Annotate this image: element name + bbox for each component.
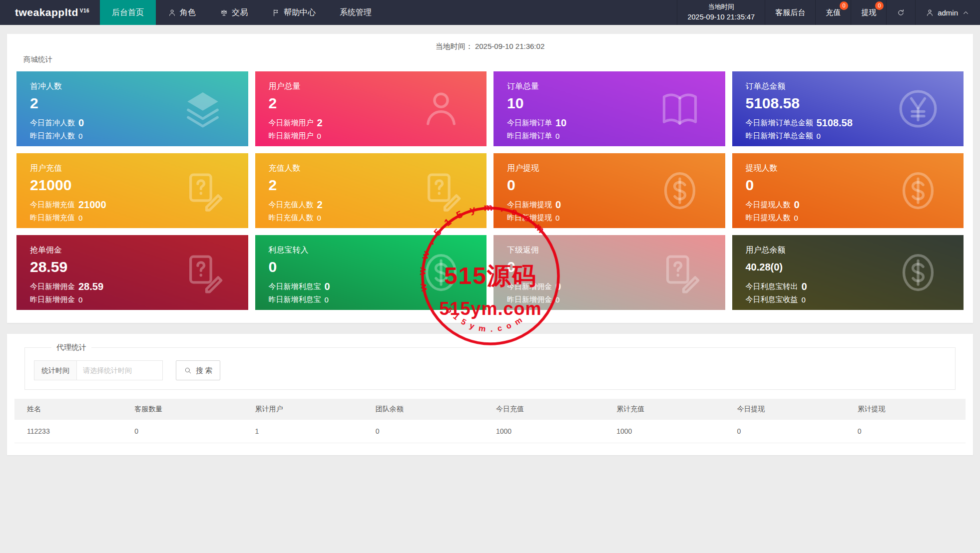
- stat-card: 充值人数 2 今日充值人数 2 昨日充值人数 0: [255, 153, 487, 228]
- top-bar: tweakappltd V16 后台首页 角色 交易 帮助中心 系统管理 当地时…: [0, 0, 980, 25]
- stat-card: 首冲人数 2 今日首冲人数 0 昨日首冲人数 0: [16, 71, 248, 146]
- stat-card-yesterday-value: 0: [78, 132, 82, 140]
- stat-card-yesterday-label: 昨日新增佣金: [507, 295, 552, 304]
- table-cell: 112233: [14, 420, 122, 443]
- stat-card-today-label: 今日首冲人数: [30, 118, 75, 128]
- search-icon: [184, 366, 192, 375]
- agent-stats-fieldset: 代理统计 统计时间 搜 索: [24, 343, 956, 390]
- stat-card-today-label: 今日新增佣金: [30, 282, 75, 291]
- person-icon: [926, 8, 934, 17]
- section-title: 商城统计: [16, 55, 964, 65]
- stat-card-today-label: 今日新增佣金: [507, 282, 552, 291]
- stat-card-today-value: 5108.58: [817, 117, 853, 129]
- stat-card-today-label: 今日新增订单总金额: [746, 118, 813, 128]
- stat-card: 订单总金额 5108.58 今日新增订单总金额 5108.58 昨日新增订单总金…: [732, 71, 964, 146]
- agent-table-header: 累计用户: [243, 399, 363, 420]
- table-cell: 0: [363, 420, 484, 443]
- user-icon: [419, 86, 464, 131]
- nav-item-0[interactable]: 后台首页: [100, 0, 156, 25]
- stat-card-yesterday-label: 昨日新增用户: [269, 131, 314, 141]
- withdraw-menu-button[interactable]: 提现 0: [851, 0, 886, 25]
- stat-card-yesterday-label: 昨日新增订单: [507, 131, 552, 141]
- edit-question-icon: [180, 168, 225, 213]
- stat-card-yesterday-value: 0: [555, 214, 559, 222]
- stat-card-yesterday-value: 0: [317, 214, 321, 222]
- table-cell: 0: [845, 420, 966, 443]
- stat-card-today-label: 今日充值人数: [269, 200, 314, 210]
- stat-card-yesterday-label: 昨日首冲人数: [30, 131, 75, 141]
- stat-card: 用户总余额 40.28(0) 今日利息宝转出 0 今日利息宝收益 0: [732, 235, 964, 310]
- stat-card-yesterday-value: 0: [78, 295, 82, 304]
- agent-table-header-row: 姓名客服数量累计用户团队余额今日充值累计充值今日提现累计提现: [14, 399, 966, 420]
- stat-card-yesterday-value: 0: [555, 295, 559, 304]
- nav-item-1[interactable]: 角色: [156, 0, 208, 25]
- header-local-time: 当地时间 2025-09-10 21:35:47: [677, 0, 765, 25]
- table-cell: 1000: [484, 420, 604, 443]
- agent-table-header: 姓名: [14, 399, 122, 420]
- stat-card-yesterday-label: 昨日新增利息宝: [269, 295, 321, 304]
- stat-card-today-value: 0: [794, 199, 800, 211]
- stat-card-today-label: 今日利息宝转出: [746, 282, 798, 291]
- recharge-menu-button[interactable]: 充值 0: [815, 0, 851, 25]
- dollar-icon: [419, 250, 464, 295]
- stat-card-today-value: 0: [555, 199, 561, 211]
- app-logo: tweakappltd V16: [0, 0, 100, 25]
- agent-table: 姓名客服数量累计用户团队余额今日充值累计充值今日提现累计提现 112233010…: [14, 399, 966, 443]
- stat-card-today-value: 0: [78, 117, 84, 129]
- shop-stats-panel: 当地时间： 2025-09-10 21:36:02 商城统计 首冲人数 2 今日…: [7, 34, 973, 323]
- stat-card-yesterday-label: 昨日充值人数: [269, 213, 314, 223]
- stat-time-input[interactable]: [77, 360, 163, 380]
- stat-card-today-value: 0: [555, 281, 561, 292]
- header-local-time-value: 2025-09-10 21:35:47: [687, 12, 755, 23]
- nav-item-2[interactable]: 交易: [208, 0, 260, 25]
- agent-table-header: 累计充值: [604, 399, 724, 420]
- agent-stats-legend: 代理统计: [51, 343, 91, 352]
- nav-item-4[interactable]: 系统管理: [328, 0, 384, 25]
- stat-card: 用户提现 0 今日新增提现 0 昨日新增提现 0: [493, 153, 725, 228]
- stat-card-yesterday-value: 0: [317, 132, 321, 140]
- stat-card-today-value: 28.59: [78, 281, 103, 292]
- stat-card: 用户总量 2 今日新增用户 2 昨日新增用户 0: [255, 71, 487, 146]
- table-cell: 0: [122, 420, 242, 443]
- agent-filter-form: 统计时间 搜 索: [34, 360, 946, 380]
- stat-card-yesterday-value: 0: [802, 295, 806, 304]
- stat-card-today-label: 今日新增利息宝: [269, 282, 321, 291]
- stat-card-today-value: 0: [325, 281, 330, 292]
- page-local-time-value: 2025-09-10 21:36:02: [475, 42, 544, 50]
- page-local-time-label: 当地时间：: [436, 42, 473, 50]
- table-cell: 1: [243, 420, 363, 443]
- app-logo-version: V16: [80, 8, 89, 13]
- stat-card-today-value: 2: [317, 117, 323, 129]
- stat-cards-grid: 首冲人数 2 今日首冲人数 0 昨日首冲人数 0 用户总量 2 今日新增用户 2…: [16, 71, 964, 310]
- stat-card-yesterday-value: 0: [78, 214, 82, 222]
- stat-card-today-label: 今日提现人数: [746, 200, 791, 210]
- dollar-icon: [657, 168, 702, 213]
- admin-user-menu[interactable]: admin: [915, 0, 980, 25]
- table-cell: 0: [724, 420, 845, 443]
- stat-card: 用户充值 21000 今日新增充值 21000 昨日新增充值 0: [16, 153, 248, 228]
- agent-table-header: 今日提现: [724, 399, 845, 420]
- service-backend-button[interactable]: 客服后台: [765, 0, 815, 25]
- refresh-icon: [897, 8, 905, 17]
- nav-item-3[interactable]: 帮助中心: [260, 0, 328, 25]
- agent-stats-panel: 代理统计 统计时间 搜 索 姓名客服数量累计用户团队余额今日充值累计充值今日提现…: [7, 334, 973, 455]
- search-button[interactable]: 搜 索: [176, 360, 220, 380]
- stat-card-today-label: 今日新增用户: [269, 118, 314, 128]
- edit-question-icon: [419, 168, 464, 213]
- stat-card-yesterday-label: 昨日提现人数: [746, 213, 791, 223]
- dollar-icon: [896, 250, 941, 295]
- stat-card-today-value: 21000: [78, 199, 106, 211]
- refresh-button[interactable]: [886, 0, 915, 25]
- stat-card-today-value: 10: [555, 117, 566, 129]
- stat-card-yesterday-value: 0: [817, 132, 821, 140]
- stat-card-yesterday-value: 0: [794, 214, 798, 222]
- agent-table-header: 今日充值: [484, 399, 604, 420]
- recharge-badge: 0: [840, 1, 848, 10]
- stat-card: 提现人数 0 今日提现人数 0 昨日提现人数 0: [732, 153, 964, 228]
- table-row: 1122330101000100000: [14, 420, 966, 443]
- stat-card: 下级返佣 0 今日新增佣金 0 昨日新增佣金 0: [493, 235, 725, 310]
- agent-table-header: 客服数量: [122, 399, 242, 420]
- page-local-time: 当地时间： 2025-09-10 21:36:02: [16, 42, 964, 52]
- person-icon: [168, 8, 176, 17]
- edit-question-icon: [180, 250, 225, 295]
